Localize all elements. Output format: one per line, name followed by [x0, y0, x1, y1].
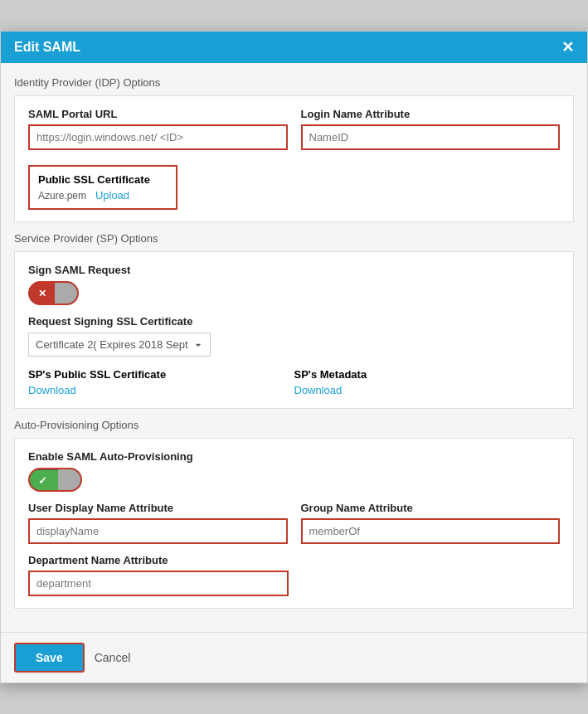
login-name-attribute-col: Login Name Attribute	[301, 108, 561, 150]
enable-auto-provisioning-container: Enable SAML Auto-Provisioning	[28, 450, 560, 492]
user-display-name-label: User Display Name Attribute	[28, 502, 288, 514]
request-signing-ssl-container: Request Signing SSL Certificate Certific…	[28, 315, 560, 357]
toggle-on-gray-part	[58, 469, 80, 490]
department-name-label: Department Name Attribute	[28, 554, 560, 566]
login-name-attribute-label: Login Name Attribute	[301, 108, 561, 120]
sp-metadata-download-link[interactable]: Download	[294, 384, 343, 396]
department-name-container: Department Name Attribute	[28, 554, 560, 596]
close-button[interactable]: ✕	[561, 40, 574, 55]
cert-filename: Azure.pem	[38, 190, 86, 202]
request-signing-ssl-select-wrapper: Certificate 2( Expires 2018 September )	[28, 333, 560, 357]
group-name-col: Group Name Attribute	[301, 502, 561, 544]
auto-provisioning-section-label: Auto-Provisioning Options	[14, 419, 574, 431]
xmark-icon	[38, 287, 46, 299]
request-signing-ssl-label: Request Signing SSL Certificate	[28, 315, 560, 328]
sp-section-box: Sign SAML Request Request Signing SSL Ce…	[14, 251, 574, 409]
modal-body: Identity Provider (IDP) Options SAML Por…	[1, 63, 587, 632]
auto-provisioning-section-box: Enable SAML Auto-Provisioning User Displ…	[14, 438, 574, 609]
upload-link[interactable]: Upload	[95, 189, 129, 202]
modal-footer: Save Cancel	[1, 632, 587, 682]
save-button[interactable]: Save	[14, 643, 85, 673]
sp-public-ssl-download-link[interactable]: Download	[28, 384, 76, 396]
department-name-input[interactable]	[28, 571, 289, 596]
modal-header: Edit SAML ✕	[1, 32, 587, 63]
idp-section-label: Identity Provider (IDP) Options	[14, 76, 574, 89]
attributes-top-row: User Display Name Attribute Group Name A…	[28, 502, 560, 544]
user-display-name-input[interactable]	[28, 518, 288, 544]
modal-title: Edit SAML	[14, 40, 80, 55]
sp-bottom-row: SP's Public SSL Certificate Download SP'…	[28, 368, 560, 396]
request-signing-ssl-select[interactable]: Certificate 2( Expires 2018 September )	[28, 333, 211, 357]
user-display-name-col: User Display Name Attribute	[28, 502, 288, 544]
enable-auto-provisioning-label: Enable SAML Auto-Provisioning	[28, 450, 560, 463]
toggle-off-gray-part	[55, 283, 77, 304]
sp-metadata-label: SP's Metadata	[294, 368, 561, 381]
sign-saml-request-container: Sign SAML Request	[28, 264, 560, 305]
enable-auto-provisioning-toggle[interactable]	[28, 468, 560, 492]
sign-saml-request-label: Sign SAML Request	[28, 264, 560, 276]
toggle-on-part	[30, 470, 58, 490]
sp-public-ssl-label: SP's Public SSL Certificate	[28, 368, 294, 381]
checkmark-icon	[38, 474, 50, 486]
sign-saml-toggle-switch[interactable]	[28, 281, 79, 305]
sp-section-label: Service Provider (SP) Options	[14, 232, 574, 245]
login-name-attribute-input[interactable]	[301, 124, 561, 150]
saml-portal-url-col: SAML Portal URL	[28, 108, 288, 150]
cancel-button[interactable]: Cancel	[95, 651, 131, 664]
idp-section-box: SAML Portal URL Login Name Attribute Pub…	[14, 95, 574, 222]
edit-saml-modal: Edit SAML ✕ Identity Provider (IDP) Opti…	[0, 31, 588, 683]
toggle-off-part	[30, 283, 55, 304]
sp-metadata-col: SP's Metadata Download	[294, 368, 561, 396]
auto-provisioning-toggle-switch[interactable]	[28, 468, 82, 492]
saml-portal-url-input[interactable]	[28, 124, 288, 150]
public-ssl-cert-box: Public SSL Certificate Azure.pem Upload	[28, 165, 177, 210]
public-ssl-cert-container: Public SSL Certificate Azure.pem Upload	[28, 158, 560, 210]
idp-top-row: SAML Portal URL Login Name Attribute	[28, 108, 560, 150]
public-ssl-cert-label: Public SSL Certificate	[38, 173, 168, 186]
sign-saml-toggle[interactable]	[28, 281, 560, 305]
group-name-input[interactable]	[301, 518, 561, 544]
saml-portal-url-label: SAML Portal URL	[28, 108, 288, 120]
group-name-label: Group Name Attribute	[301, 502, 561, 514]
sp-public-ssl-col: SP's Public SSL Certificate Download	[28, 368, 294, 396]
